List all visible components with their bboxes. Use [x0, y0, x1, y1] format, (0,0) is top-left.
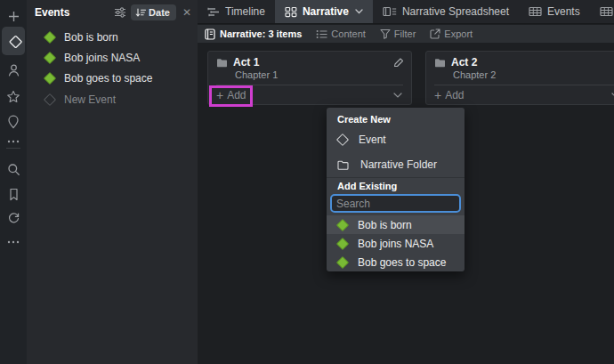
menu-item-label: Narrative Folder — [360, 158, 437, 171]
event-label: New Event — [64, 93, 116, 106]
event-diamond-icon — [44, 71, 56, 84]
events-panel: Events Date ✕ Bob is born Bob joins NASA — [27, 0, 198, 364]
edit-pencil-icon[interactable] — [393, 57, 404, 68]
filter-settings-button[interactable] — [114, 7, 126, 18]
existing-event-option[interactable]: Bob joins NASA — [327, 234, 465, 253]
sidebar-item-favorites[interactable] — [0, 85, 27, 108]
tab-timeline[interactable]: Timeline — [198, 0, 275, 23]
sidebar-more-button-2[interactable] — [0, 231, 27, 254]
content-button[interactable]: Content — [316, 28, 366, 39]
sync-icon — [7, 211, 20, 224]
sidebar-item-events[interactable] — [0, 27, 27, 55]
event-diamond-icon — [336, 255, 349, 268]
event-diamond-icon — [7, 35, 22, 48]
folder-outline-icon — [337, 160, 349, 170]
filter-button[interactable]: Filter — [380, 28, 416, 39]
sidebar-bookmarks-button[interactable] — [0, 182, 27, 206]
grid-icon — [285, 6, 297, 18]
tab-label: Narrative — [303, 5, 349, 18]
act-1-add-button[interactable]: + Add — [216, 89, 246, 101]
search-input[interactable] — [330, 194, 461, 213]
map-pin-icon — [7, 115, 20, 129]
popup-divider — [327, 177, 465, 178]
act-1-card: Act 1 Chapter 1 + Add — [207, 51, 412, 105]
event-list-item[interactable]: Bob goes to space — [27, 68, 198, 88]
folder-icon — [434, 58, 446, 68]
option-label: Bob joins NASA — [358, 238, 433, 250]
selected-highlight — [2, 27, 25, 55]
add-button-label: Add — [445, 89, 464, 101]
table-icon — [529, 6, 542, 17]
create-event-menu-item[interactable]: Event — [327, 127, 465, 152]
bookmark-icon — [8, 188, 20, 201]
content-label: Content — [331, 28, 366, 39]
card-divider — [216, 85, 403, 85]
folder-icon — [216, 58, 228, 68]
narrative-view-icon — [205, 28, 215, 40]
add-button[interactable] — [0, 4, 27, 28]
funnel-icon — [380, 28, 391, 39]
tab-bar: Timeline Narrative Narrative Spreadsheet — [198, 0, 614, 24]
act-2-add-button[interactable]: + Add — [434, 89, 465, 101]
sort-by-date-button[interactable]: Date — [131, 4, 176, 20]
chevron-down-icon[interactable] — [393, 93, 402, 98]
events-panel-header: Events Date ✕ — [27, 0, 198, 25]
chevron-down-icon[interactable] — [355, 9, 363, 14]
events-panel-title: Events — [35, 6, 69, 19]
sidebar-item-characters[interactable] — [0, 59, 27, 82]
timeline-icon — [207, 7, 220, 17]
add-popup-menu: Create New Event Narrative Folder Add Ex… — [327, 108, 465, 271]
tab-label: Timeline — [225, 5, 265, 18]
app-window: Events Date ✕ Bob is born Bob joins NASA — [0, 0, 614, 364]
view-status: Narrative: 3 items — [205, 28, 302, 40]
close-panel-button[interactable]: ✕ — [181, 6, 193, 19]
card-subtitle: Chapter 2 — [453, 69, 496, 80]
tab-characters[interactable]: Characters — [590, 0, 614, 23]
left-icon-rail — [0, 0, 27, 364]
add-button-label: Add — [227, 89, 246, 101]
event-diamond-icon — [44, 51, 56, 63]
filter-label: Filter — [394, 28, 416, 39]
event-label: Bob goes to space — [64, 72, 152, 85]
sort-descending-icon — [135, 8, 146, 18]
sidebar-sync-button[interactable] — [0, 206, 27, 229]
card-divider — [434, 85, 614, 85]
list-icon — [316, 29, 327, 39]
event-diamond-icon — [336, 218, 349, 231]
create-narrative-folder-menu-item[interactable]: Narrative Folder — [327, 152, 465, 177]
option-label: Bob goes to space — [358, 256, 446, 269]
sort-button-label: Date — [149, 7, 170, 18]
existing-event-option[interactable]: Bob goes to space — [327, 253, 465, 271]
card-subtitle: Chapter 1 — [235, 69, 278, 80]
export-icon — [430, 28, 440, 39]
view-status-label: Narrative: 3 items — [220, 28, 302, 39]
export-label: Export — [444, 28, 473, 39]
existing-event-option[interactable]: Bob is born — [327, 215, 465, 234]
export-button[interactable]: Export — [430, 28, 473, 39]
sliders-icon — [114, 7, 126, 18]
star-icon — [6, 90, 20, 103]
event-label: Bob is born — [64, 31, 118, 44]
tab-narrative-spreadsheet[interactable]: Narrative Spreadsheet — [373, 0, 519, 23]
sidebar-search-button[interactable] — [0, 158, 27, 181]
act-2-card: Act 2 Chapter 2 + Add — [425, 51, 614, 105]
spreadsheet-icon — [383, 6, 397, 17]
plus-icon: + — [216, 90, 223, 101]
event-diamond-outline-icon — [336, 133, 349, 146]
sidebar-more-button[interactable] — [0, 130, 27, 153]
tab-label: Narrative Spreadsheet — [402, 5, 509, 18]
rail-divider — [6, 148, 20, 149]
tab-narrative[interactable]: Narrative — [275, 0, 373, 23]
search-icon — [7, 163, 20, 176]
option-label: Bob is born — [358, 219, 412, 231]
card-title: Act 2 — [451, 56, 477, 69]
tab-events[interactable]: Events — [519, 0, 590, 23]
plus-icon — [7, 10, 20, 23]
add-existing-header: Add Existing — [337, 181, 397, 191]
menu-item-label: Event — [359, 133, 386, 146]
new-event-list-item[interactable]: New Event — [27, 89, 198, 109]
event-diamond-outline-icon — [44, 93, 56, 105]
event-list-item[interactable]: Bob joins NASA — [27, 47, 198, 68]
event-list-item[interactable]: Bob is born — [27, 27, 198, 47]
card-title: Act 1 — [233, 56, 259, 69]
